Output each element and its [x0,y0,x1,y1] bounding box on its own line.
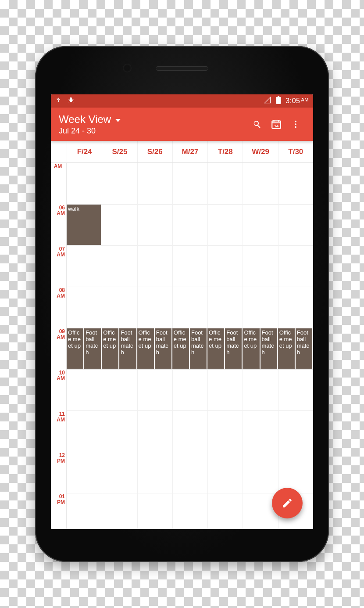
day-header-cell[interactable]: S/26 [137,141,172,162]
hour-label: AM [51,164,67,169]
battery-icon [276,96,281,106]
actionbar-subtitle: Jul 24 - 30 [59,126,121,136]
calendar-grid[interactable]: walkOffice meet upFootball matchOffice m… [51,163,313,529]
phone-speaker [156,66,208,71]
hour-label: 01PM [51,494,67,505]
calendar-event[interactable]: walk [67,205,101,245]
day-header-cell[interactable]: T/30 [278,141,313,162]
svg-text:14: 14 [274,124,279,128]
hour-label: 07AM [51,246,67,257]
calendar-icon: 14 [271,119,282,130]
more-vert-icon [291,119,300,129]
day-header-cell[interactable]: T/28 [207,141,243,162]
calendar-event[interactable]: Office meet up [278,328,295,369]
add-event-fab[interactable] [272,488,303,518]
hour-label: 10AM [51,370,67,381]
phone-frame: 3:05AM Week View Jul 24 - 30 [35,46,329,562]
view-switcher[interactable]: Week View Jul 24 - 30 [59,113,121,136]
day-header-cell[interactable]: M/27 [172,141,207,162]
svg-point-4 [295,126,296,128]
calendar-event[interactable]: Football match [261,328,277,369]
action-bar: Week View Jul 24 - 30 14 [51,108,313,141]
grid-rows: walkOffice meet upFootball matchOffice m… [67,163,313,529]
pencil-icon [282,497,293,509]
calendar-event[interactable]: Office meet up [207,328,224,369]
status-time: 3:05AM [285,97,309,105]
debug-icon [68,96,75,106]
calendar-event[interactable]: Office meet up [67,328,83,369]
signal-icon [264,97,271,105]
actionbar-title: Week View [59,113,111,126]
hour-label: 12PM [51,453,67,464]
hour-label: 11AM [51,411,67,422]
status-bar: 3:05AM [51,94,313,108]
calendar-event[interactable]: Football match [119,328,136,369]
calendar-event[interactable]: Football match [296,328,312,369]
dropdown-caret-icon [115,119,121,122]
search-icon [252,119,262,130]
calendar-event[interactable]: Football match [84,328,101,369]
overflow-button[interactable] [286,115,305,134]
calendar-event[interactable]: Office meet up [102,328,118,369]
today-button[interactable]: 14 [267,115,286,134]
calendar-event[interactable]: Football match [225,328,242,369]
day-header-cell[interactable]: W/29 [243,141,278,162]
hour-gutter [51,163,67,529]
calendar-event[interactable]: Football match [155,328,171,369]
day-header-cell[interactable]: S/25 [102,141,137,162]
day-header-cell[interactable]: F/24 [67,141,102,162]
hour-label: 09AM [51,329,67,340]
svg-point-3 [295,123,296,125]
calendar-event[interactable]: Office meet up [172,328,189,369]
svg-point-2 [295,121,296,122]
day-header-row: F/24 S/25 S/26 M/27 T/28 W/29 T/30 [51,141,313,163]
calendar-event[interactable]: Football match [190,328,207,369]
screen: 3:05AM Week View Jul 24 - 30 [51,94,313,529]
phone-camera [123,64,132,72]
calendar-event[interactable]: Office meet up [137,328,154,369]
search-button[interactable] [247,115,267,134]
usb-icon [55,96,61,106]
day-header-gutter [51,141,67,162]
hour-label: 06AM [51,205,67,216]
hour-label: 08AM [51,288,67,299]
calendar-event[interactable]: Office meet up [243,328,259,369]
